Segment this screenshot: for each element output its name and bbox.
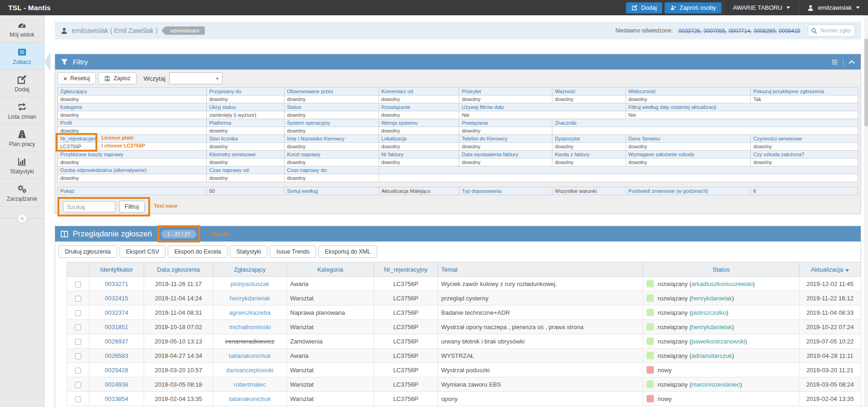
issue-id-link[interactable]: 0032415 [105,295,128,302]
filter-field-value[interactable]: dowolny [552,159,626,166]
column-header-summary[interactable]: Temat [438,262,643,277]
recent-issue-link[interactable]: 0008415 [779,28,800,34]
filter-field-value[interactable]: dowolny [285,95,379,103]
export-xml-button[interactable]: Eksportuj do XML [318,245,377,258]
row-checkbox[interactable] [75,368,81,374]
issue-trends-button[interactable]: Issue Trends [270,245,316,258]
filter-field-value[interactable]: dowolny [751,159,858,166]
filter-field-value[interactable]: Nie [626,111,858,119]
recent-issue-link[interactable]: 0008289, [754,28,777,34]
reset-filter-button[interactable]: × Resetuj [57,72,96,84]
issue-id-link[interactable]: 0025428 [105,367,128,374]
resolver-link[interactable]: henrykdanielak [691,324,732,331]
column-header-reporter[interactable]: Zgłaszający [213,262,287,277]
resolver-link[interactable]: marcinrozeslaniec [691,381,740,388]
recent-issue-link[interactable]: 0033726, [678,28,702,34]
issue-id-link[interactable]: 0032374 [105,309,128,316]
sidebar-item-changelog[interactable]: Lista zmian [0,97,44,125]
sidebar-item-view-issues[interactable]: Zobacz [0,43,44,70]
sidebar-item-my-view[interactable]: Mój widok [0,15,44,43]
filter-field-value[interactable]: dowolny [552,95,626,103]
filter-field-value[interactable]: Nie [459,111,626,119]
save-filter-button[interactable]: Zapisz [98,72,137,84]
reporter-link[interactable]: agnieszkazieba [229,309,271,316]
issue-id-link[interactable]: 0023854 [105,395,128,402]
column-header-status[interactable]: Status [643,262,799,277]
row-checkbox[interactable] [75,324,81,331]
filter-field-value[interactable]: dowolny [379,127,460,135]
issue-id-link[interactable]: 0024938 [105,381,128,388]
filter-field-value[interactable]: dowolny [207,95,285,103]
column-header-plate[interactable]: Nr_rejestracyjny [374,262,438,277]
filter-display-value[interactable]: Aktualizacja Malejąco [379,187,460,195]
apply-filter-button[interactable]: Filtruj [119,201,145,213]
column-header-id[interactable]: Identyfikator [89,262,144,277]
row-checkbox[interactable] [75,296,81,302]
row-checkbox[interactable] [75,339,81,345]
issue-number-input[interactable] [819,27,852,34]
filter-display-value[interactable]: 50 [207,187,285,195]
export-csv-button[interactable]: Eksport CSV [120,245,166,258]
filter-field-value[interactable]: dowolny [207,174,285,182]
filter-field-value[interactable]: dowolny [285,111,379,119]
filter-field-value[interactable]: dowolny [626,159,751,166]
project-selector[interactable]: AWARIE TABORU [724,0,798,15]
invite-users-button[interactable]: Zaproś osoby [665,2,722,13]
column-header-category[interactable]: Kategoria [287,262,374,277]
filter-field-value[interactable]: dowolny [459,159,552,166]
filter-field-value[interactable]: dowolny [285,127,379,135]
reporter-link[interactable]: tatianakonichuk [229,395,271,402]
reporter-link[interactable]: piotrpastuszak [230,280,269,287]
issue-id-link[interactable]: 0026583 [105,352,128,359]
filter-field-value[interactable]: dowolny [552,143,626,151]
recent-issue-link[interactable]: 0007055, [703,28,727,34]
filter-field-value[interactable]: dowolny [207,143,285,151]
scrollbar-track[interactable] [864,15,868,407]
filter-field-value[interactable]: dowolny [459,127,552,135]
filter-field-value[interactable]: dowolny [58,127,207,135]
resolver-link[interactable]: adriansitarczuk [691,352,732,359]
filter-field-value[interactable]: dowolny [285,159,379,166]
sidebar-collapse-button[interactable]: « [17,213,27,223]
filter-field-value[interactable]: dowolny [379,111,460,119]
filter-field-value[interactable] [379,174,858,182]
filter-field-value[interactable]: dowolny [459,143,552,151]
reporter-link[interactable]: robertmalec [234,381,266,388]
filter-field-value[interactable]: dowolny [285,174,379,182]
filter-field-value[interactable]: dowolny [626,143,751,151]
reporter-link[interactable]: henrykdanielak [229,295,270,302]
sidebar-item-roadmap[interactable]: Plan pracy [0,125,44,152]
recent-issue-link[interactable]: 0007714, [729,28,752,34]
sidebar-item-summary[interactable]: Statystyki [0,152,44,179]
filter-field-value[interactable]: dowolny [58,95,207,103]
resolver-link[interactable]: henrykdanielak [691,295,732,302]
menu-icon[interactable] [831,59,838,65]
scrollbar-thumb[interactable] [864,38,868,127]
filter-field-value[interactable]: dowolny [58,174,207,182]
reporter-link[interactable]: tatianakonichuk [229,352,271,359]
resolver-link[interactable]: piotrszczolko [691,309,726,316]
reporter-link[interactable]: damiancieplowski [226,367,273,374]
row-checkbox[interactable] [75,310,81,316]
statistics-button[interactable]: Statystyki [230,245,268,258]
column-header-date[interactable]: Data zgłoszenia [144,262,213,277]
row-checkbox[interactable] [75,382,81,388]
filter-display-value[interactable]: Wszystkie warunki [552,187,626,195]
issue-id-link[interactable]: 0026937 [105,338,128,345]
resolver-link[interactable]: pawelkostrzanowski [691,338,745,345]
column-header-updated[interactable]: Aktualizacja [799,262,861,277]
filter-field-value[interactable]: dowolny [751,143,858,151]
filter-field-value[interactable]: dowolny [459,95,552,103]
load-filter-select[interactable] [169,72,222,84]
filter-field-value[interactable]: dowolny [58,111,207,119]
issue-id-link[interactable]: 0031851 [105,324,128,331]
filter-field-value[interactable]: dowolny [379,95,460,103]
chevron-up-icon[interactable] [849,59,855,65]
filter-field-value[interactable]: dowolny [207,159,285,166]
reporter-link[interactable]: michaltrominski [229,324,271,331]
filter-field-value[interactable]: dowolny [379,143,460,151]
add-issue-button[interactable]: Dodaj [626,2,662,13]
user-menu[interactable]: emilzawislak [799,0,868,15]
filter-field-value[interactable]: zamknięty (i wyższe) [207,111,285,119]
filter-field-value[interactable]: dowolny [626,95,751,103]
